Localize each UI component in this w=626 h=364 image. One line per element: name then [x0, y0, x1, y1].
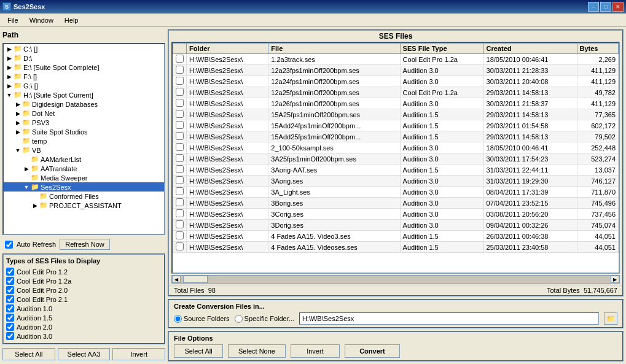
menu-window[interactable]: Window [25, 15, 58, 25]
type-checkbox-aud15[interactable] [6, 314, 14, 322]
expander-c[interactable]: ▶ [5, 46, 14, 52]
maximize-button[interactable]: □ [600, 2, 611, 12]
invert-button[interactable]: Invert [291, 344, 340, 358]
col-folder[interactable]: Folder [187, 44, 268, 54]
col-file[interactable]: File [268, 44, 400, 54]
select-none-button[interactable]: Select None [228, 344, 286, 358]
table-row[interactable]: H:\WB\Ses2Sesx\ 15A25fps1minOff200bpm.se… [173, 109, 619, 120]
table-row[interactable]: H:\WB\Ses2Sesx\ 3Aorig.ses Audition 3.0 … [173, 176, 619, 187]
col-type[interactable]: SES File Type [400, 44, 483, 54]
type-checkbox-cep21[interactable] [6, 295, 14, 303]
expander-h[interactable]: ▼ [5, 92, 14, 98]
scroll-thumb[interactable] [183, 276, 208, 283]
table-row[interactable]: H:\WB\Ses2Sesx\ 3Borig.ses Audition 3.0 … [173, 198, 619, 209]
table-row[interactable]: H:\WB\Ses2Sesx\ 12a24fps1minOff200bpm.se… [173, 76, 619, 87]
source-folders-radio[interactable] [174, 315, 182, 323]
table-row[interactable]: H:\WB\Ses2Sesx\ 4 Fades AA15. Video3.ses… [173, 231, 619, 242]
scroll-left-button[interactable]: ◀ [172, 276, 181, 283]
table-row[interactable]: H:\WB\Ses2Sesx\ 3A25fps1minOff200bpm.ses… [173, 153, 619, 165]
type-checkbox-aud10[interactable] [6, 304, 14, 312]
refresh-now-button[interactable]: Refresh Now [60, 239, 110, 250]
expander-d[interactable]: ▶ [5, 55, 14, 61]
horizontal-scrollbar[interactable]: ◀ ▶ [171, 275, 620, 284]
col-bytes[interactable]: Bytes [577, 44, 618, 54]
expander-dotnet[interactable]: ▶ [14, 110, 22, 117]
tree-item-vb[interactable]: ▼📁VB [4, 145, 164, 155]
tree-item-f[interactable]: ▶📁F:\ [] [4, 72, 164, 81]
tree-item-g[interactable]: ▶📁G:\ [] [4, 81, 164, 90]
tree-item-h[interactable]: ▼📁H:\ [Suite Spot Current] [4, 90, 164, 99]
row-checkbox-15[interactable] [173, 220, 187, 231]
table-row[interactable]: H:\WB\Ses2Sesx\ 3Dorig.ses Audition 3.0 … [173, 220, 619, 231]
row-checkbox-16[interactable] [173, 231, 187, 242]
tree-item-aatranslate[interactable]: ▶📁AATranslate [4, 164, 164, 173]
ses-files-table-container[interactable]: Folder File SES File Type Created Bytes … [171, 42, 620, 274]
table-row[interactable]: H:\WB\Ses2Sesx\ 3Aorig-AAT.ses Audition … [173, 165, 619, 176]
tree-item-dotnet[interactable]: ▶📁Dot Net [4, 109, 164, 118]
expander-ses2sesx[interactable]: ▼ [22, 184, 31, 190]
table-row[interactable]: H:\WB\Ses2Sesx\ 3A_Light.ses Audition 3.… [173, 187, 619, 198]
type-checkbox-cep20[interactable] [6, 286, 14, 294]
tree-item-conformed[interactable]: 📁Conformed Files [4, 192, 164, 201]
row-checkbox-11[interactable] [173, 176, 187, 187]
table-row[interactable]: H:\WB\Ses2Sesx\ 2_100-50ksampl.ses Audit… [173, 142, 619, 153]
expander-suitespots[interactable]: ▶ [14, 129, 22, 135]
tree-item-project[interactable]: ▶📁PROJECT_ASSISTANT [4, 201, 164, 210]
col-checkbox[interactable] [173, 44, 187, 54]
invert-left-button[interactable]: Invert [112, 348, 165, 360]
tree-item-psv3[interactable]: ▶📁PSV3 [4, 118, 164, 127]
table-row[interactable]: H:\WB\Ses2Sesx\ 3Corig.ses Audition 3.0 … [173, 209, 619, 220]
table-row[interactable]: H:\WB\Ses2Sesx\ 4 Fades AA15. Videoses.s… [173, 242, 619, 253]
tree-item-e[interactable]: ▶📁E:\ [Suite Spot Complete] [4, 63, 164, 72]
row-checkbox-17[interactable] [173, 242, 187, 253]
table-row[interactable]: H:\WB\Ses2Sesx\ 12a25fps1minOff200bpm.se… [173, 87, 619, 98]
tree-item-c[interactable]: ▶📁C:\ [] [4, 44, 164, 53]
type-checkbox-aud30[interactable] [6, 332, 14, 340]
tree-item-ses2sesx[interactable]: ▼📁Ses2Sesx [4, 182, 164, 192]
table-row[interactable]: H:\WB\Ses2Sesx\ 12a26fps1minOff200bpm.se… [173, 98, 619, 109]
path-tree[interactable]: ▶📁C:\ []▶📁D:\▶📁E:\ [Suite Spot Complete]… [2, 43, 165, 235]
minimize-button[interactable]: ─ [588, 2, 599, 12]
expander-vb[interactable]: ▼ [14, 147, 22, 153]
row-checkbox-14[interactable] [173, 209, 187, 220]
type-checkbox-aud20[interactable] [6, 323, 14, 331]
expander-project[interactable]: ▶ [31, 203, 39, 209]
row-checkbox-10[interactable] [173, 165, 187, 176]
source-folders-radio-label[interactable]: Source Folders [174, 315, 230, 323]
row-checkbox-13[interactable] [173, 198, 187, 209]
tree-item-temp[interactable]: 📁temp [4, 136, 164, 145]
tree-item-d[interactable]: ▶📁D:\ [4, 53, 164, 63]
specific-folder-radio-label[interactable]: Specific Folder... [235, 315, 294, 323]
scroll-right-button[interactable]: ▶ [611, 276, 619, 283]
type-checkbox-cep12a[interactable] [6, 277, 14, 285]
menu-file[interactable]: File [2, 15, 23, 25]
tree-item-aamarkerlist[interactable]: 📁AAMarkerList [4, 155, 164, 164]
tree-item-suitespots[interactable]: ▶📁Suite Spot Studios [4, 127, 164, 136]
auto-refresh-checkbox[interactable] [5, 241, 13, 249]
row-checkbox-5[interactable] [173, 109, 187, 120]
table-row[interactable]: H:\WB\Ses2Sesx\ 15Add25fps1minOff200bpm.… [173, 131, 619, 142]
row-checkbox-1[interactable] [173, 65, 187, 76]
row-checkbox-4[interactable] [173, 98, 187, 109]
tree-item-mediasweeper[interactable]: 📁Media Sweeper [4, 173, 164, 182]
row-checkbox-6[interactable] [173, 120, 187, 131]
select-all-button[interactable]: Select All [174, 344, 223, 358]
type-checkbox-cep12[interactable] [6, 268, 14, 276]
expander-f[interactable]: ▶ [5, 74, 14, 80]
row-checkbox-9[interactable] [173, 153, 187, 165]
select-all-left-button[interactable]: Select All [2, 348, 55, 360]
table-row[interactable]: H:\WB\Ses2Sesx\ 15Add24fps1minOff200bpm.… [173, 120, 619, 131]
expander-g[interactable]: ▶ [5, 83, 14, 89]
expander-digidesign[interactable]: ▶ [14, 101, 22, 107]
row-checkbox-12[interactable] [173, 187, 187, 198]
row-checkbox-8[interactable] [173, 142, 187, 153]
expander-e[interactable]: ▶ [5, 64, 14, 71]
expander-aatranslate[interactable]: ▶ [22, 166, 31, 172]
row-checkbox-7[interactable] [173, 131, 187, 142]
select-aa3-button[interactable]: Select AA3 [58, 348, 111, 360]
col-created[interactable]: Created [483, 44, 577, 54]
row-checkbox-0[interactable] [173, 54, 187, 65]
specific-folder-radio[interactable] [235, 315, 243, 323]
conversion-path-input[interactable] [299, 312, 599, 325]
row-checkbox-2[interactable] [173, 76, 187, 87]
